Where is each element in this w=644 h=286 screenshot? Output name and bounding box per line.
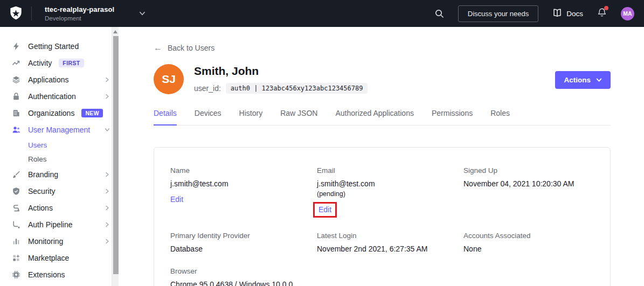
field-value: None — [463, 245, 594, 253]
users-icon — [12, 125, 21, 134]
field-value: Chrome 95.0.4638 / Windows 10.0.0 — [170, 280, 317, 286]
field-value: November 2nd 2021, 6:27:35 AM — [317, 245, 463, 253]
back-to-users-link[interactable]: ← Back to Users — [154, 44, 214, 52]
notifications-button[interactable] — [597, 8, 607, 20]
sidebar-item-label: Marketplace — [28, 254, 69, 262]
shield-check-icon — [12, 187, 21, 196]
lightning-icon — [12, 42, 21, 51]
sidebar-item-getting-started[interactable]: Getting Started — [0, 38, 119, 54]
tab-history[interactable]: History — [239, 109, 263, 125]
field-label: Latest Login — [317, 232, 463, 240]
sidebar-item-label: Monitoring — [28, 237, 63, 246]
edit-link[interactable]: Edit — [170, 195, 183, 204]
sidebar-item-label: Extensions — [28, 270, 65, 279]
user-id-row: user_id: auth0 | 123abc456xy123abc123456… — [194, 83, 368, 94]
sidebar-item-authentication[interactable]: Authentication — [0, 88, 119, 104]
field-browser: BrowserChrome 95.0.4638 / Windows 10.0.0 — [170, 267, 317, 286]
details-grid: Namej.smith@test.comEditEmailj.smith@tes… — [170, 166, 594, 286]
sidebar-item-label: Branding — [28, 170, 58, 179]
bar-chart-icon — [12, 237, 21, 246]
docs-book-icon — [552, 9, 562, 19]
field-label: Signed Up — [463, 166, 594, 175]
sidebar-item-applications[interactable]: Applications — [0, 71, 119, 88]
main-content: ← Back to Users SJ Smith, John user_id: … — [119, 27, 644, 286]
scrollbar-thumb[interactable] — [113, 36, 119, 274]
notification-dot — [604, 6, 608, 10]
docs-label: Docs — [566, 10, 583, 18]
user-identity: SJ Smith, John user_id: auth0 | 123abc45… — [154, 64, 368, 94]
tab-authorized-applications[interactable]: Authorized Applications — [335, 109, 414, 125]
account-avatar[interactable]: MA — [621, 7, 634, 20]
user-name: Smith, John — [194, 65, 368, 78]
tab-roles[interactable]: Roles — [490, 109, 510, 125]
chevron-right-icon — [105, 239, 110, 244]
tenant-environment: Development — [45, 15, 114, 22]
scroll-up-arrow-icon[interactable] — [113, 30, 117, 33]
sidebar-item-marketplace[interactable]: Marketplace — [0, 249, 119, 266]
tab-raw-json[interactable]: Raw JSON — [280, 109, 317, 125]
sidebar-item-label: Users — [28, 141, 47, 149]
sidebar-badge-new: NEW — [81, 109, 103, 117]
field-value: j.smith@test.com — [170, 179, 317, 188]
field-name: Namej.smith@test.comEdit — [170, 166, 317, 218]
tenant-switcher[interactable]: ttec-realplay-parasol Development — [45, 5, 146, 22]
field-note: (pending) — [317, 190, 463, 198]
sidebar-item-settings[interactable]: Settings — [0, 283, 119, 286]
field-label: Email — [317, 166, 463, 175]
user-avatar: SJ — [154, 64, 184, 94]
sidebar-item-users[interactable]: Users — [0, 138, 119, 152]
sidebar-item-security[interactable]: Security — [0, 183, 119, 199]
tenant-text: ttec-realplay-parasol Development — [45, 5, 114, 22]
field-label: Name — [170, 166, 317, 175]
tab-permissions[interactable]: Permissions — [432, 109, 473, 125]
tab-details[interactable]: Details — [154, 109, 177, 125]
search-icon[interactable] — [434, 9, 444, 18]
details-card: Namej.smith@test.comEditEmailj.smith@tes… — [154, 147, 611, 286]
topbar-divider — [31, 6, 32, 20]
discuss-your-needs-button[interactable]: Discuss your needs — [458, 5, 538, 22]
user-id-value[interactable]: auth0 | 123abc456xy123abc123456789 — [226, 83, 368, 94]
tenant-name: ttec-realplay-parasol — [45, 5, 114, 13]
sidebar: Getting StartedActivityFIRSTApplications… — [0, 27, 119, 286]
tab-devices[interactable]: Devices — [195, 109, 221, 125]
user-id-label: user_id: — [194, 84, 221, 93]
sidebar-item-label: Organizations — [28, 109, 74, 117]
field-label: Browser — [170, 267, 317, 275]
chevron-down-icon — [105, 127, 110, 132]
chevron-right-icon — [105, 172, 110, 177]
layers-icon — [12, 75, 21, 84]
actions-button[interactable]: Actions — [555, 71, 611, 89]
field-value: j.smith@test.com — [317, 179, 463, 188]
chevron-right-icon — [105, 222, 110, 227]
topbar: ttec-realplay-parasol Development Discus… — [0, 0, 644, 27]
sidebar-item-user-management[interactable]: User Management — [0, 121, 119, 138]
sidebar-item-label: Authentication — [28, 92, 76, 101]
pipeline-icon — [12, 220, 21, 229]
sidebar-item-extensions[interactable]: Extensions — [0, 266, 119, 283]
field-label: Accounts Associated — [463, 232, 594, 240]
activity-chart-icon — [12, 59, 21, 67]
auth0-shield-icon[interactable] — [0, 6, 31, 21]
sidebar-item-organizations[interactable]: OrganizationsNEW — [0, 104, 119, 121]
field-primary-identity-provider: Primary Identity ProviderDatabase — [170, 232, 317, 253]
field-value: Database — [170, 245, 317, 253]
sidebar-nav: Getting StartedActivityFIRSTApplications… — [0, 38, 119, 286]
sidebar-item-label: Roles — [28, 155, 47, 163]
sidebar-item-branding[interactable]: Branding — [0, 166, 119, 183]
sidebar-item-monitoring[interactable]: Monitoring — [0, 233, 119, 249]
docs-link[interactable]: Docs — [552, 9, 583, 19]
actions-button-label: Actions — [564, 76, 591, 84]
annotation-wrap: Edit — [317, 202, 463, 218]
sidebar-scrollbar[interactable] — [112, 27, 119, 286]
field-accounts-associated: Accounts AssociatedNone — [463, 232, 594, 253]
chevron-right-icon — [105, 205, 110, 211]
back-label: Back to Users — [168, 44, 214, 52]
back-arrow-icon: ← — [154, 44, 162, 52]
edit-link[interactable]: Edit — [318, 205, 331, 214]
sidebar-item-label: Auth Pipeline — [28, 220, 73, 229]
chip-icon — [12, 270, 21, 279]
sidebar-item-activity[interactable]: ActivityFIRST — [0, 54, 119, 71]
sidebar-item-auth-pipeline[interactable]: Auth Pipeline — [0, 216, 119, 233]
sidebar-item-roles[interactable]: Roles — [0, 152, 119, 166]
sidebar-item-actions[interactable]: Actions — [0, 199, 119, 216]
